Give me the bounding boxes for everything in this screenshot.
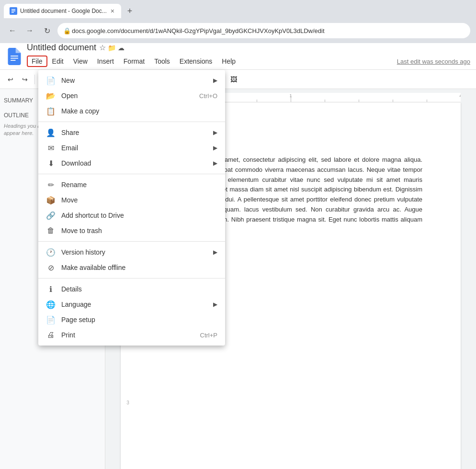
language-icon: 🌐 xyxy=(46,300,56,309)
file-menu: 📄New▶📂OpenCtrl+O📋Make a copy👤Share▶✉Emai… xyxy=(38,70,225,346)
browser-chrome: Untitled document - Google Doc... × + ← … xyxy=(0,0,476,43)
language-label: Language xyxy=(61,301,207,308)
docs-logo xyxy=(6,48,23,65)
version-history-label: Version history xyxy=(61,248,207,256)
tab-bar: Untitled document - Google Doc... × + xyxy=(0,0,476,18)
folder-icon[interactable]: 📁 xyxy=(108,44,116,52)
redo-button[interactable]: ↪ xyxy=(18,73,32,86)
ruler-tick-9 xyxy=(427,100,427,102)
trash-icon: 🗑 xyxy=(46,226,56,235)
menu-item-insert[interactable]: Insert xyxy=(92,56,119,67)
new-tab-button[interactable]: + xyxy=(123,4,136,18)
menu-item-file[interactable]: File xyxy=(27,56,47,67)
open-icon: 📂 xyxy=(46,91,56,100)
page-setup-icon: 📄 xyxy=(46,315,56,324)
download-icon: ⬇ xyxy=(46,158,56,168)
svg-rect-6 xyxy=(11,60,16,61)
ruler-tick-6 xyxy=(325,100,325,102)
add-shortcut-icon: 🔗 xyxy=(46,211,56,220)
menu-item-format[interactable]: Format xyxy=(119,56,149,67)
back-button[interactable]: ← xyxy=(6,24,19,37)
toolbar-divider-1 xyxy=(34,75,35,84)
menu-item-view[interactable]: View xyxy=(68,56,92,67)
file-menu-item-language[interactable]: 🌐Language▶ xyxy=(38,297,225,312)
menu-item-edit[interactable]: Edit xyxy=(47,56,68,67)
new-arrow-icon: ▶ xyxy=(213,77,217,84)
cloud-icon: ☁ xyxy=(118,44,125,52)
summary-label: SUMMARY xyxy=(4,95,33,106)
forward-button[interactable]: → xyxy=(23,24,36,37)
file-menu-item-download[interactable]: ⬇Download▶ xyxy=(38,156,225,171)
page-setup-label: Page setup xyxy=(61,316,217,324)
make-copy-icon: 📋 xyxy=(46,106,56,116)
ruler-label-5: 1 xyxy=(289,93,292,98)
trash-label: Move to trash xyxy=(61,227,217,234)
move-icon: 📦 xyxy=(46,195,56,205)
menu-divider-7 xyxy=(38,174,225,174)
menu-item-help[interactable]: Help xyxy=(217,56,240,67)
share-arrow-icon: ▶ xyxy=(213,129,217,136)
email-arrow-icon: ▶ xyxy=(213,145,217,151)
file-menu-item-page-setup[interactable]: 📄Page setup xyxy=(38,312,225,327)
file-menu-item-make-copy[interactable]: 📋Make a copy xyxy=(38,103,225,119)
details-icon: ℹ xyxy=(46,284,56,294)
menu-divider-3 xyxy=(38,122,225,122)
make-copy-label: Make a copy xyxy=(61,107,217,115)
language-arrow-icon: ▶ xyxy=(213,301,217,308)
refresh-button[interactable]: ↻ xyxy=(40,24,54,37)
file-menu-item-trash[interactable]: 🗑Move to trash xyxy=(38,223,225,238)
rename-label: Rename xyxy=(61,181,217,189)
svg-rect-3 xyxy=(11,12,14,13)
download-label: Download xyxy=(61,159,207,167)
tab-close-button[interactable]: × xyxy=(110,6,115,16)
download-arrow-icon: ▶ xyxy=(213,160,217,167)
share-icon: 👤 xyxy=(46,128,56,137)
file-menu-item-open[interactable]: 📂OpenCtrl+O xyxy=(38,88,225,103)
open-label: Open xyxy=(61,92,193,100)
rename-icon: ✏ xyxy=(46,180,56,190)
file-menu-item-version-history[interactable]: 🕐Version history▶ xyxy=(38,245,225,260)
active-tab[interactable]: Untitled document - Google Doc... × xyxy=(4,4,121,18)
new-label: New xyxy=(61,77,207,84)
email-label: Email xyxy=(61,144,207,152)
open-shortcut: Ctrl+O xyxy=(199,92,217,100)
ruler-label-10: 4 xyxy=(459,93,461,98)
last-edit-label[interactable]: Last edit was seconds ago xyxy=(397,58,470,65)
doc-title-area: Untitled document ☆ 📁 ☁ File Edit View I… xyxy=(27,43,470,70)
star-icon[interactable]: ☆ xyxy=(99,43,106,52)
offline-icon: ⊘ xyxy=(46,263,56,272)
move-label: Move xyxy=(61,196,217,204)
ruler-tick-7 xyxy=(359,100,359,102)
file-menu-item-add-shortcut[interactable]: 🔗Add shortcut to Drive xyxy=(38,208,225,223)
file-menu-item-rename[interactable]: ✏Rename xyxy=(38,177,225,192)
share-label: Share xyxy=(61,129,207,136)
ruler-tick-4 xyxy=(257,100,257,102)
address-input[interactable] xyxy=(57,23,470,38)
file-menu-item-details[interactable]: ℹDetails xyxy=(38,281,225,297)
address-bar: ← → ↻ 🔒 xyxy=(0,18,476,43)
new-icon: 📄 xyxy=(46,76,56,85)
doc-title[interactable]: Untitled document xyxy=(27,43,96,53)
file-menu-item-new[interactable]: 📄New▶ xyxy=(38,73,225,88)
svg-rect-4 xyxy=(11,56,18,56)
menu-item-tools[interactable]: Tools xyxy=(149,56,175,67)
tab-favicon xyxy=(10,7,17,15)
lock-icon: 🔒 xyxy=(63,27,71,34)
tab-title: Untitled document - Google Doc... xyxy=(20,8,107,14)
app-header: Untitled document ☆ 📁 ☁ File Edit View I… xyxy=(0,43,476,70)
image-button[interactable]: 🖼 xyxy=(227,73,240,86)
file-menu-item-offline[interactable]: ⊘Make available offline xyxy=(38,260,225,275)
file-menu-item-email[interactable]: ✉Email▶ xyxy=(38,140,225,156)
print-label: Print xyxy=(61,331,194,339)
address-bar-container: 🔒 xyxy=(57,23,470,38)
menu-bar: File Edit View Insert Format Tools Exten… xyxy=(27,53,470,70)
file-menu-item-print[interactable]: 🖨PrintCtrl+P xyxy=(38,327,225,343)
undo-button[interactable]: ↩ xyxy=(4,73,17,86)
menu-item-extensions[interactable]: Extensions xyxy=(175,56,217,67)
file-menu-item-move[interactable]: 📦Move xyxy=(38,192,225,208)
doc-icons: ☆ 📁 ☁ xyxy=(99,43,125,52)
add-shortcut-label: Add shortcut to Drive xyxy=(61,212,217,219)
email-icon: ✉ xyxy=(46,143,56,153)
file-menu-item-share[interactable]: 👤Share▶ xyxy=(38,125,225,140)
version-history-icon: 🕐 xyxy=(46,247,56,257)
